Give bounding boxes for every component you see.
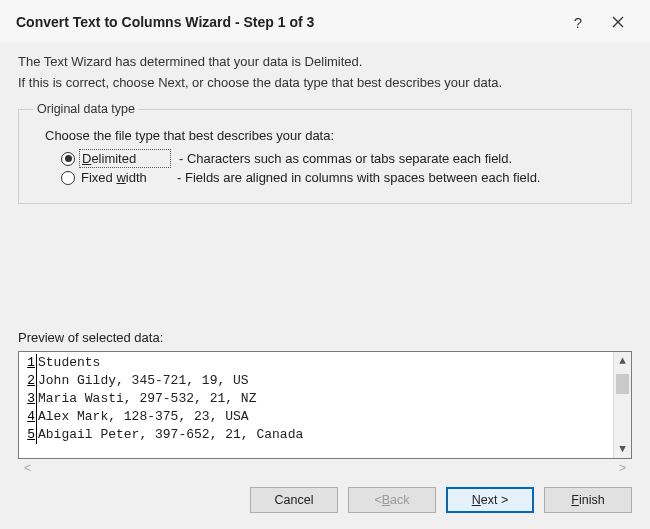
preview-rows: 1Students 2John Gildy, 345-721, 19, US 3… (23, 354, 613, 456)
radio-fixed-width-desc: - Fields are aligned in columns with spa… (177, 170, 540, 185)
radio-fixed-width-indicator (61, 171, 75, 185)
dialog-content: The Text Wizard has determined that your… (0, 42, 650, 477)
radio-fixed-width[interactable]: Fixed width - Fields are aligned in colu… (61, 170, 617, 185)
radio-delimited-desc: - Characters such as commas or tabs sepa… (179, 151, 512, 166)
original-data-type-group: Original data type Choose the file type … (18, 102, 632, 204)
finish-button[interactable]: Finish (544, 487, 632, 513)
cancel-button[interactable]: Cancel (250, 487, 338, 513)
titlebar: Convert Text to Columns Wizard - Step 1 … (0, 0, 650, 42)
radio-delimited-label: Delimited (81, 151, 169, 166)
scroll-right-icon: > (619, 461, 626, 475)
scroll-left-icon: < (24, 461, 31, 475)
text-to-columns-wizard-dialog: Convert Text to Columns Wizard - Step 1 … (0, 0, 650, 529)
radio-delimited[interactable]: Delimited - Characters such as commas or… (61, 151, 617, 166)
radio-fixed-width-label: Fixed width (81, 170, 167, 185)
preview-vertical-scrollbar[interactable]: ▲ ▼ (613, 352, 631, 458)
next-button[interactable]: Next > (446, 487, 534, 513)
preview-row: 1Students (23, 354, 613, 372)
scroll-up-icon: ▲ (619, 352, 626, 370)
group-legend: Original data type (33, 102, 139, 116)
preview-row: 3Maria Wasti, 297-532, 21, NZ (23, 390, 613, 408)
preview-horizontal-scrollbar[interactable]: < > (18, 459, 632, 477)
dialog-footer: Cancel < Back Next > Finish (0, 477, 650, 529)
help-button[interactable]: ? (558, 8, 598, 36)
back-button[interactable]: < Back (348, 487, 436, 513)
group-prompt: Choose the file type that best describes… (45, 128, 617, 143)
close-button[interactable] (598, 8, 638, 36)
preview-box: 1Students 2John Gildy, 345-721, 19, US 3… (18, 351, 632, 459)
preview-row: 4Alex Mark, 128-375, 23, USA (23, 408, 613, 426)
preview-row: 5Abigail Peter, 397-652, 21, Canada (23, 426, 613, 444)
radio-delimited-indicator (61, 152, 75, 166)
intro-line-2: If this is correct, choose Next, or choo… (18, 75, 632, 90)
intro-line-1: The Text Wizard has determined that your… (18, 54, 632, 69)
scroll-down-icon: ▼ (619, 440, 626, 458)
scroll-thumb[interactable] (616, 374, 629, 394)
preview-row: 2John Gildy, 345-721, 19, US (23, 372, 613, 390)
close-icon (612, 16, 624, 28)
dialog-title: Convert Text to Columns Wizard - Step 1 … (16, 14, 314, 30)
preview-label: Preview of selected data: (18, 330, 632, 345)
